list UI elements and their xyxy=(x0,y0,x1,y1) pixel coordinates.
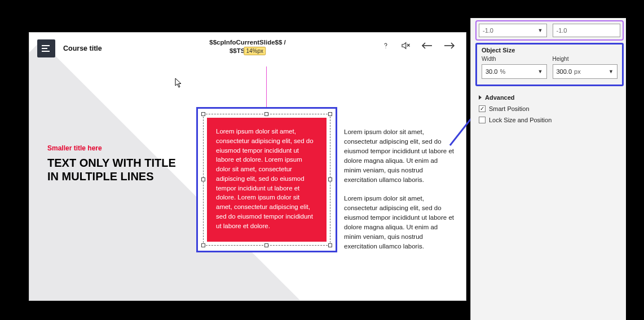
course-title: Course title xyxy=(63,45,102,52)
object-size-title: Object Size xyxy=(482,47,617,54)
menu-button[interactable] xyxy=(37,39,55,57)
px-badge: 14%px xyxy=(244,47,266,55)
pos-x-value: -1.0 xyxy=(483,27,493,34)
height-label: Height xyxy=(553,56,618,62)
slide-canvas[interactable]: Course title $$cpInfoCurrentSlide$$ / $$… xyxy=(29,33,466,300)
properties-panel: -1.0 ▼ -1.0 Object Size Width Height 30.… xyxy=(470,18,626,320)
advanced-label: Advanced xyxy=(485,94,515,101)
pos-y-input[interactable]: -1.0 xyxy=(553,24,621,37)
lock-size-checkbox[interactable] xyxy=(479,117,486,123)
right-text-column: Lorem ipsum dolor sit amet, consectetur … xyxy=(344,127,457,251)
red-text-box[interactable]: Lorem ipsum dolor sit amet, consectetur … xyxy=(207,118,327,242)
slide-vars: $$cpInfoCurrentSlide$$ / $$TS14%px xyxy=(209,38,285,55)
slide-topbar: Course title $$cpInfoCurrentSlide$$ / $$… xyxy=(29,33,466,64)
small-title: Smaller title here xyxy=(47,144,183,152)
prev-arrow-icon[interactable] xyxy=(421,42,433,50)
width-value: 30.0 xyxy=(486,68,497,75)
resize-handle-br[interactable] xyxy=(328,243,332,247)
height-unit: px xyxy=(574,68,606,75)
smart-position-label: Smart Position xyxy=(489,105,530,112)
resize-handle-tl[interactable] xyxy=(201,112,205,116)
smart-position-checkbox[interactable]: ✓ xyxy=(479,105,486,112)
position-highlight: -1.0 ▼ -1.0 xyxy=(475,20,624,41)
smart-position-row[interactable]: ✓ Smart Position xyxy=(479,105,620,112)
resize-handle-mr[interactable] xyxy=(328,177,332,181)
height-value: 300.0 xyxy=(557,68,572,75)
vars-line1: $$cpInfoCurrentSlide$$ / xyxy=(209,38,285,47)
svg-point-3 xyxy=(385,47,386,48)
resize-handle-tm[interactable] xyxy=(264,112,268,116)
pos-y-value: -1.0 xyxy=(557,27,567,34)
red-text-content: Lorem ipsum dolor sit amet, consectetur … xyxy=(216,128,314,229)
width-unit: % xyxy=(500,68,535,75)
top-icons xyxy=(381,41,456,51)
pos-x-input[interactable]: -1.0 ▼ xyxy=(479,24,547,37)
app-frame: Course title $$cpInfoCurrentSlide$$ / $$… xyxy=(18,18,626,302)
vertical-guide xyxy=(266,66,267,108)
mute-icon[interactable] xyxy=(400,41,411,51)
lock-size-row[interactable]: Lock Size and Position xyxy=(479,117,620,123)
selection-dashed: Lorem ipsum dolor sit amet, consectetur … xyxy=(203,114,330,246)
chevron-down-icon: ▼ xyxy=(608,69,614,74)
width-label: Width xyxy=(482,56,547,62)
resize-handle-bl[interactable] xyxy=(201,243,205,247)
chevron-down-icon: ▼ xyxy=(538,69,543,74)
advanced-toggle[interactable]: Advanced xyxy=(479,94,620,101)
resize-handle-tr[interactable] xyxy=(328,112,332,116)
menu-icon xyxy=(41,45,51,52)
triangle-right-icon xyxy=(479,95,482,100)
big-title: TEXT ONLY WITH TITLE IN MULTIPLE LINES xyxy=(47,157,183,183)
selected-object[interactable]: Lorem ipsum dolor sit amet, consectetur … xyxy=(196,107,337,252)
resize-handle-ml[interactable] xyxy=(201,177,205,181)
lock-size-label: Lock Size and Position xyxy=(489,117,552,123)
next-arrow-icon[interactable] xyxy=(443,42,456,50)
object-size-group: Object Size Width Height 30.0 % ▼ 300.0 … xyxy=(475,43,624,86)
help-icon[interactable] xyxy=(381,41,390,50)
paragraph-2: Lorem ipsum dolor sit amet, consectetur … xyxy=(344,194,457,251)
chevron-down-icon: ▼ xyxy=(538,28,543,33)
vars-line2-prefix: $$TS xyxy=(230,47,245,54)
vars-line2: $$TS14%px xyxy=(209,47,285,55)
height-input[interactable]: 300.0 px ▼ xyxy=(553,64,618,79)
width-input[interactable]: 30.0 % ▼ xyxy=(482,64,547,79)
paragraph-1: Lorem ipsum dolor sit amet, consectetur … xyxy=(344,127,457,185)
title-block: Smaller title here TEXT ONLY WITH TITLE … xyxy=(47,144,183,183)
cursor-icon xyxy=(175,78,183,88)
resize-handle-bm[interactable] xyxy=(264,243,268,247)
